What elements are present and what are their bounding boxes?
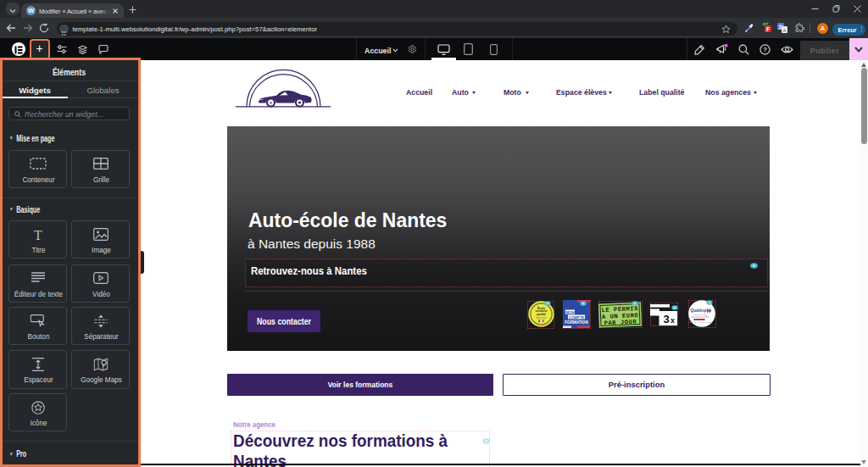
svg-text:processus certifié: processus certifié [692, 315, 709, 319]
svg-text:Qualiopi: Qualiopi [690, 308, 708, 313]
svg-text:REPUBLIQUE FRANCAISE: REPUBLIQUE FRANCAISE [688, 321, 712, 323]
svg-text:COMPTE: COMPTE [569, 315, 585, 320]
svg-text:PAR JOUR: PAR JOUR [604, 318, 637, 326]
svg-text:MON: MON [565, 310, 574, 314]
svg-text:FORMATION: FORMATION [565, 320, 588, 325]
svg-text:?: ? [763, 46, 767, 53]
svg-text:F: F [766, 26, 770, 32]
svg-text:3: 3 [663, 313, 669, 325]
svg-text:A: A [782, 28, 786, 33]
svg-text:qualité: qualité [537, 313, 546, 316]
svg-text:x: x [670, 316, 675, 325]
